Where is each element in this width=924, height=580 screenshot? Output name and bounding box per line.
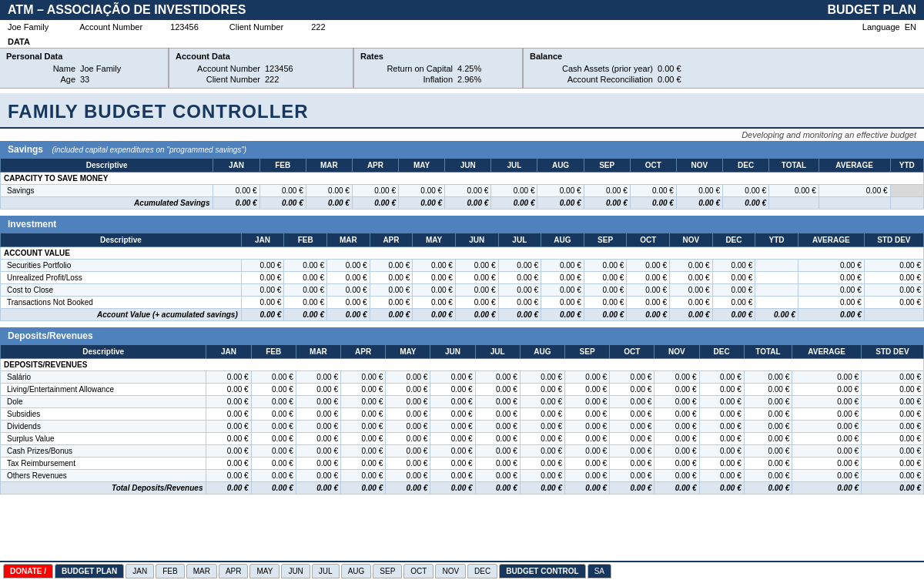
account-data-section: Account Data Account Number 123456 Clien… — [169, 49, 354, 88]
dept-avg: 0.00 € — [792, 482, 862, 495]
liv-nov: 0.00 € — [654, 384, 699, 396]
dep-col-apr: APR — [341, 345, 386, 359]
sur-jan: 0.00 € — [206, 433, 251, 445]
savings-aug: 0.00 € — [537, 185, 584, 197]
cash-assets-row: Cash Assets (prior year) 0.00 € — [530, 63, 918, 74]
unr-oct: 0.00 € — [627, 272, 670, 284]
dep-row-taxreimb: Tax Reimbursement 0.00 €0.00 €0.00 €0.00… — [1, 458, 924, 470]
inv-row-unrealized: Unrealized Profit/Loss 0.00 €0.00 €0.00 … — [1, 272, 924, 284]
dep-col-mar: MAR — [296, 345, 340, 359]
inv-total-label: Account Value (+ acumulated savings) — [1, 309, 242, 321]
sal-dec: 0.00 € — [699, 371, 744, 384]
app-title-left: ATM – ASSOCIAÇÃO DE INVESTIDORES — [8, 3, 246, 17]
unr-jan: 0.00 € — [241, 272, 284, 284]
oth-oct: 0.00 € — [610, 470, 654, 482]
invt-may: 0.00 € — [413, 309, 456, 321]
inv-category-row: ACCOUNT VALUE — [1, 247, 924, 260]
savings-ytd — [890, 185, 923, 197]
cp-nov: 0.00 € — [654, 445, 699, 458]
liv-apr: 0.00 € — [341, 384, 386, 396]
dep-row-living: Living/Entertainment Allowance 0.00 €0.0… — [1, 384, 924, 396]
unr-feb: 0.00 € — [284, 272, 327, 284]
sub-jun: 0.00 € — [430, 408, 475, 421]
dole-jul: 0.00 € — [475, 396, 520, 408]
sal-may: 0.00 € — [386, 371, 430, 384]
unr-apr: 0.00 € — [370, 272, 413, 284]
salario-desc: Salário — [1, 371, 206, 384]
deposits-label: Deposits/Revenues — [8, 330, 93, 341]
tr-may: 0.00 € — [386, 458, 430, 470]
inv-col-mar: MAR — [327, 233, 370, 247]
inv-col-sep: SEP — [584, 233, 627, 247]
savings-section-header: Savings (included capital expenditures o… — [0, 141, 924, 158]
sec-jul: 0.00 € — [498, 260, 541, 272]
acum-oct: 0.00 € — [630, 197, 676, 210]
inflation-row: Inflation 2.96% — [360, 74, 516, 85]
inv-total-row: Account Value (+ acumulated savings) 0.0… — [1, 309, 924, 321]
savings-row-desc: Savings — [1, 185, 213, 197]
account-data-header: Account Data — [176, 52, 346, 63]
dep-col-sep: SEP — [564, 345, 609, 359]
sal-jun: 0.00 € — [430, 371, 475, 384]
savings-total: 0.00 € — [769, 185, 819, 197]
sec-avg: 0.00 € — [798, 260, 864, 272]
sub-mar: 0.00 € — [296, 408, 340, 421]
savings-col-desc: Descriptive — [1, 159, 213, 173]
div-oct: 0.00 € — [610, 421, 654, 433]
invt-apr: 0.00 € — [370, 309, 413, 321]
family-budget-header: FAMILY BUDGET CONTROLLER — [0, 93, 924, 129]
living-desc: Living/Entertainment Allowance — [1, 384, 206, 396]
cp-std: 0.00 € — [862, 445, 924, 458]
acum-feb: 0.00 € — [259, 197, 306, 210]
info-sections: Personal Data Name Joe Family Age 33 Acc… — [0, 48, 924, 89]
invt-aug: 0.00 € — [541, 309, 584, 321]
balance-section: Balance Cash Assets (prior year) 0.00 € … — [524, 49, 924, 88]
personal-data-header: Personal Data — [6, 52, 162, 63]
invt-feb: 0.00 € — [284, 309, 327, 321]
dep-row-subsidies: Subsidies 0.00 €0.00 €0.00 €0.00 €0.00 €… — [1, 408, 924, 421]
dept-sep: 0.00 € — [564, 482, 609, 495]
sec-sep: 0.00 € — [584, 260, 627, 272]
dep-row-others: Others Revenues 0.00 €0.00 €0.00 €0.00 €… — [1, 470, 924, 482]
invt-jan: 0.00 € — [241, 309, 284, 321]
oth-mar: 0.00 € — [296, 470, 340, 482]
dept-oct: 0.00 € — [610, 482, 654, 495]
trans-sep: 0.00 € — [584, 297, 627, 309]
taxreimb-desc: Tax Reimbursement — [1, 458, 206, 470]
investment-section-header: Investment — [0, 216, 924, 233]
app-title-right: BUDGET PLAN — [827, 3, 916, 17]
unr-may: 0.00 € — [413, 272, 456, 284]
inv-category-label: ACCOUNT VALUE — [1, 247, 924, 260]
sur-avg: 0.00 € — [792, 433, 862, 445]
cash-lbl: Cash Assets (prior year) — [530, 64, 653, 73]
div-avg: 0.00 € — [792, 421, 862, 433]
account-reconciliation-row: Account Reconciliation 0.00 € — [530, 74, 918, 85]
tr-oct: 0.00 € — [610, 458, 654, 470]
spacer2 — [0, 321, 924, 327]
div-nov: 0.00 € — [654, 421, 699, 433]
sub-aug: 0.00 € — [520, 408, 564, 421]
sub-may: 0.00 € — [386, 408, 430, 421]
cost-aug: 0.00 € — [541, 284, 584, 297]
family-budget-title: FAMILY BUDGET CONTROLLER — [8, 101, 916, 122]
savings-col-mar: MAR — [306, 159, 352, 173]
sec-oct: 0.00 € — [627, 260, 670, 272]
liv-jan: 0.00 € — [206, 384, 251, 396]
trans-may: 0.00 € — [413, 297, 456, 309]
unr-ytd — [755, 272, 798, 284]
dept-feb: 0.00 € — [251, 482, 296, 495]
savings-col-apr: APR — [352, 159, 398, 173]
savings-oct: 0.00 € — [630, 185, 676, 197]
oth-aug: 0.00 € — [520, 470, 564, 482]
language-value: EN — [905, 22, 916, 32]
dept-dec: 0.00 € — [699, 482, 744, 495]
deposits-section-header: Deposits/Revenues — [0, 327, 924, 344]
sur-oct: 0.00 € — [610, 433, 654, 445]
invt-std — [864, 309, 923, 321]
div-may: 0.00 € — [386, 421, 430, 433]
dept-nov: 0.00 € — [654, 482, 699, 495]
inv-col-average: AVERAGE — [798, 233, 864, 247]
cp-total: 0.00 € — [744, 445, 792, 458]
invt-avg: 0.00 € — [798, 309, 864, 321]
savings-jul: 0.00 € — [491, 185, 537, 197]
